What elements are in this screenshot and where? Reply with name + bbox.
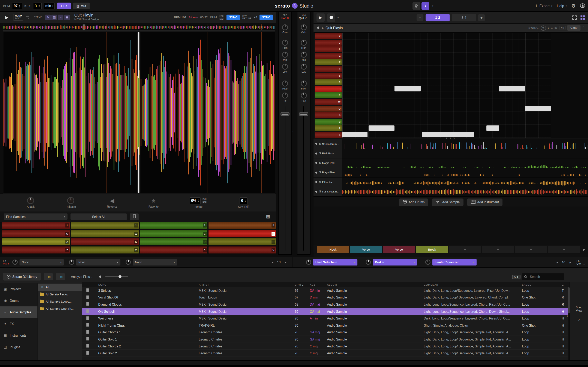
mute-icon[interactable] <box>315 161 318 165</box>
note-block[interactable] <box>499 86 525 91</box>
new-crate-button[interactable]: +▤ <box>44 273 53 280</box>
waveform-main[interactable] <box>3 31 275 193</box>
key-shift-stepper[interactable]: 0 ▲▼ <box>240 197 248 204</box>
sidebar-item-fx[interactable]: ✦FX <box>0 318 38 329</box>
track-waveform[interactable] <box>342 149 588 158</box>
channel-fader[interactable] <box>297 106 310 250</box>
library-row[interactable]: Old SchoolinMSXII Sound Design69C# majAu… <box>82 308 570 315</box>
seq-row-R[interactable]: R <box>315 86 342 92</box>
tempo-double-button[interactable]: ×2 <box>202 198 207 200</box>
mode-dropdown-button[interactable]: ▾ <box>431 2 435 9</box>
track-waveform[interactable] <box>342 168 588 177</box>
sample-pad-X[interactable]: X <box>71 247 139 254</box>
note-block[interactable] <box>486 125 499 131</box>
column-header-label[interactable]: LABEL <box>522 284 562 286</box>
low-knob[interactable] <box>301 64 307 69</box>
fx-knob[interactable] <box>12 259 18 265</box>
arrange-track[interactable]: SR&B Bass <box>314 149 588 158</box>
stem-bass-button[interactable]: ≈ <box>58 15 63 20</box>
library-row[interactable]: 3 StripesMSXII Sound Design66D# minAudio… <box>82 287 570 294</box>
new-smart-crate-button[interactable]: +▤ <box>56 273 65 280</box>
filter-knob[interactable] <box>301 81 307 86</box>
sample-pad-W[interactable]: W <box>71 230 139 237</box>
collapse-up-icon[interactable]: ⌃ <box>582 26 585 30</box>
arrange-track[interactable]: SFilter Pad <box>314 178 588 187</box>
record-button[interactable] <box>327 13 335 21</box>
fx-select[interactable]: Hard Sidechain▾ <box>313 259 357 265</box>
seq-row-V[interactable]: V <box>315 33 342 39</box>
seq-row-E[interactable]: E <box>315 92 342 98</box>
mix-panel-button[interactable]: ▥MIX <box>73 2 90 9</box>
fx-panel-button[interactable]: +FX <box>57 2 71 9</box>
crate-item[interactable]: All Sample One Sh... <box>38 305 82 312</box>
favorite-star-button[interactable]: ★ <box>149 197 158 204</box>
library-row[interactable]: Guitar Chords 2Leonard Charles70C majAud… <box>82 343 570 350</box>
waveform-overview[interactable] <box>3 24 275 31</box>
release-knob[interactable] <box>67 197 74 204</box>
scene-break[interactable]: Break <box>416 246 448 253</box>
arrange-track[interactable]: S808 Knock B... <box>314 187 588 197</box>
library-row[interactable]: Guitar Solo 2Leonard Charles70C majAudio… <box>82 350 570 357</box>
library-row[interactable]: Guitar Chords 1Leonard Charles70G# majAu… <box>82 329 570 336</box>
note-block[interactable] <box>395 86 421 91</box>
delete-pads-button[interactable] <box>130 213 139 220</box>
solo-icon[interactable]: S <box>319 152 321 155</box>
key-stepper-icons[interactable]: ▲▼ <box>38 4 40 8</box>
seq-row-S[interactable]: S <box>315 73 342 79</box>
mute-icon[interactable] <box>315 142 318 145</box>
add-instrument-button[interactable]: Add Instrument <box>467 198 503 206</box>
seq-row-X[interactable]: X <box>315 46 342 52</box>
fx-prev-button[interactable]: ◀ <box>269 260 276 264</box>
seq-row-D[interactable]: D <box>315 66 342 72</box>
column-header-song[interactable]: SONG <box>98 284 199 286</box>
low-knob[interactable] <box>282 64 288 69</box>
high-knob[interactable] <box>282 40 288 46</box>
column-header-g[interactable]: G <box>562 284 570 286</box>
seq-row-Z[interactable]: Z <box>315 53 342 59</box>
collapse-songview-icon[interactable]: ‹ <box>567 314 568 317</box>
chevron-down-icon[interactable]: ▾ <box>548 26 549 29</box>
track-waveform[interactable] <box>342 187 588 196</box>
sample-pad-F[interactable]: F <box>208 238 276 245</box>
sample-pad-E[interactable]: E <box>140 230 207 237</box>
arrange-track[interactable]: SPlaya Piano <box>314 168 588 178</box>
seq-row-C[interactable]: C <box>315 40 342 46</box>
bpm-sync-button[interactable]: SYNC <box>226 15 240 20</box>
swing-edit-icon[interactable]: ✎ <box>541 25 546 31</box>
seq-row-2[interactable]: 2 <box>315 125 342 131</box>
high-knob[interactable] <box>301 40 307 46</box>
column-header-comment[interactable]: COMMENT <box>424 284 522 286</box>
fx-knob[interactable] <box>425 259 431 265</box>
fx-select[interactable]: None▾ <box>76 259 121 265</box>
library-row[interactable]: Guitar Solo 1Leonard Charles70G# majAudi… <box>82 336 570 343</box>
column-header-key[interactable]: KEY <box>310 284 327 286</box>
master-key-stepper[interactable]: D ▲▼ <box>33 2 42 9</box>
add-page-button[interactable]: + <box>478 14 485 21</box>
sample-pad-4[interactable]: 4 <box>208 222 276 229</box>
remove-page-button[interactable]: − <box>417 14 424 21</box>
pan-knob[interactable] <box>282 92 288 99</box>
sample-pad-C[interactable]: C <box>140 247 207 254</box>
table-scrollbar[interactable] <box>568 287 570 360</box>
tempo-stepper-icons[interactable]: ▲▼ <box>198 199 199 202</box>
add-drums-button[interactable]: Add Drums <box>399 198 428 206</box>
fx-select[interactable]: None▾ <box>133 259 177 265</box>
sample-pad-A[interactable]: A <box>2 238 70 245</box>
seq-row-Q[interactable]: Q <box>315 105 342 111</box>
library-row[interactable]: Nikhil Trump ChaaTRAKGIRL70Audio SampleS… <box>82 322 570 329</box>
key-sync-button[interactable]: SYNC <box>259 15 273 20</box>
column-header-album[interactable]: ALBUM <box>327 284 424 286</box>
library-row[interactable]: Vocal Shot 06Touch Loops67D minAudio Sam… <box>82 294 570 301</box>
master-bpm-stepper[interactable]: 97 ▲▼ <box>12 2 22 9</box>
fx-next-button[interactable]: ▶ <box>567 260 573 264</box>
add-scene-button[interactable]: + <box>548 246 580 253</box>
sidebar-item-audio-samples[interactable]: ≈Audio Samples <box>0 306 38 318</box>
sample-pad-R[interactable]: R <box>208 230 276 237</box>
tempo-half-button[interactable]: 1/2 <box>202 201 207 203</box>
play-button[interactable]: ▶ <box>316 13 325 21</box>
mid-knob[interactable] <box>282 52 288 58</box>
mid-knob[interactable] <box>301 52 307 58</box>
clear-pattern-button[interactable]: Clear <box>567 25 581 31</box>
crate-item[interactable]: All Sample Loops... <box>38 298 82 305</box>
step-sequencer-grid[interactable] <box>342 33 551 138</box>
